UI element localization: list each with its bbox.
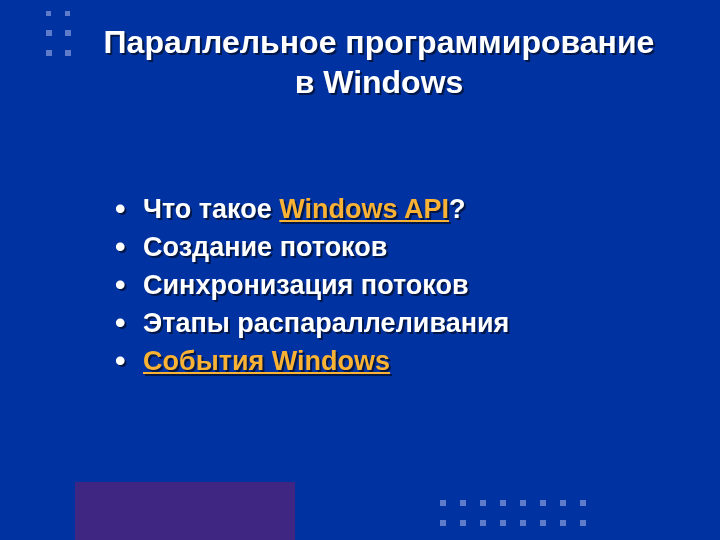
- title-line-2: в Windows: [295, 62, 464, 102]
- decor-dot: [440, 520, 446, 526]
- decor-dot: [460, 500, 466, 506]
- footer-block: [75, 482, 295, 540]
- bullet-text: Создание потоков: [143, 232, 387, 262]
- bullet-text: Синхронизация потоков: [143, 270, 469, 300]
- link-windows-events[interactable]: События Windows: [143, 346, 390, 376]
- slide: Параллельное программирование в Windows …: [0, 0, 720, 540]
- decor-dot: [65, 30, 71, 36]
- decor-dot: [520, 500, 526, 506]
- decor-dot: [46, 11, 51, 16]
- list-item: Этапы распараллеливания: [115, 304, 660, 342]
- slide-title: Параллельное программирование в Windows: [78, 22, 680, 102]
- bullet-text: Этапы распараллеливания: [143, 308, 509, 338]
- decor-dot: [540, 500, 546, 506]
- decor-dot: [560, 520, 566, 526]
- decor-dot: [480, 500, 486, 506]
- decor-dot: [65, 50, 71, 56]
- list-item: Что такое Windows API?: [115, 190, 660, 228]
- decor-dot: [560, 500, 566, 506]
- list-item: События Windows: [115, 342, 660, 380]
- decor-dot: [580, 500, 586, 506]
- decor-dot: [500, 500, 506, 506]
- bullet-text: Что такое: [143, 194, 279, 224]
- decor-dot: [65, 11, 70, 16]
- decor-dot: [460, 520, 466, 526]
- decor-dot: [46, 30, 52, 36]
- decor-dot: [500, 520, 506, 526]
- link-windows-api[interactable]: Windows API: [279, 194, 449, 224]
- list-item: Синхронизация потоков: [115, 266, 660, 304]
- decor-dot: [46, 50, 52, 56]
- bullet-text: ?: [449, 194, 466, 224]
- decor-dot: [520, 520, 526, 526]
- list-item: Создание потоков: [115, 228, 660, 266]
- decor-dot: [480, 520, 486, 526]
- bullet-list: Что такое Windows API? Создание потоков …: [115, 190, 660, 380]
- title-line-1: Параллельное программирование: [104, 22, 655, 62]
- decor-dot: [540, 520, 546, 526]
- decor-dot: [440, 500, 446, 506]
- decor-dot: [580, 520, 586, 526]
